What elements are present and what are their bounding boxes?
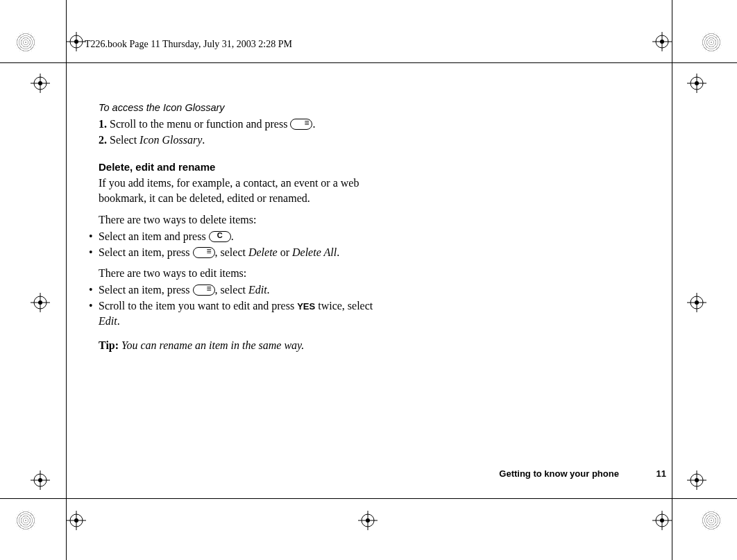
item-em: Edit (248, 284, 267, 296)
svg-point-19 (38, 300, 42, 305)
reg-mark (687, 293, 706, 312)
edit-list: Select an item, press , select Edit. Scr… (89, 282, 373, 329)
item-text-mid: , select (215, 284, 248, 296)
svg-point-43 (660, 518, 664, 523)
tip-paragraph: Tip: You can rename an item in the same … (99, 338, 373, 353)
svg-point-11 (38, 81, 42, 85)
ring-mark-tl (15, 32, 36, 53)
reg-mark (687, 74, 706, 93)
step-text-after: . (312, 118, 315, 130)
item-text-after: . (117, 315, 120, 327)
step-number: 2. (90, 133, 107, 148)
delete-lead: There are two ways to delete items: (99, 212, 373, 228)
list-item: Select an item, press , select Edit. (89, 282, 373, 298)
bottom-rule (0, 498, 737, 499)
tip-body: You can rename an item in the same way. (119, 339, 304, 351)
list-item: Select an item and press . (89, 229, 373, 244)
item-em: Delete All (292, 246, 337, 258)
menu-key-icon (193, 247, 215, 258)
item-text: Scroll to the item you want to edit and … (99, 300, 297, 312)
reg-mark (67, 32, 86, 51)
page-footer: Getting to know your phone 11 (0, 468, 666, 480)
ring-mark-bl (15, 510, 36, 531)
menu-key-icon (290, 119, 312, 130)
page-content: To access the Icon Glossary 1. Scroll to… (89, 101, 373, 353)
reg-mark (652, 32, 672, 51)
item-text-after: . (231, 230, 234, 242)
item-em: Delete (248, 246, 278, 258)
svg-point-23 (695, 300, 699, 305)
step-number: 1. (90, 117, 107, 132)
svg-point-31 (695, 478, 699, 482)
step-text-after: . (202, 134, 205, 146)
item-or: or (278, 246, 292, 258)
svg-point-39 (366, 518, 370, 523)
item-text-after: . (267, 284, 270, 296)
svg-point-35 (74, 518, 78, 523)
svg-point-15 (695, 81, 699, 85)
item-text-after: . (337, 246, 339, 258)
list-item: Scroll to the item you want to edit and … (89, 298, 373, 328)
item-text: Select an item, press (99, 246, 193, 258)
ring-mark-br (701, 510, 722, 531)
step-em: Icon Glossary (139, 134, 202, 146)
footer-page-number: 11 (656, 468, 666, 480)
top-rule (0, 62, 737, 63)
section-heading: Delete, edit and rename (99, 160, 373, 174)
yes-key-label: YES (297, 301, 315, 312)
right-rule (672, 0, 672, 560)
item-text: Select an item, press (99, 284, 193, 296)
delete-list: Select an item and press . Select an ite… (89, 229, 373, 260)
svg-point-7 (660, 40, 664, 44)
reg-mark (67, 511, 86, 530)
access-glossary-heading: To access the Icon Glossary (99, 101, 373, 115)
reg-mark (31, 74, 50, 93)
item-text-mid: twice, select (315, 300, 373, 312)
intro-paragraph: If you add items, for example, a contact… (99, 176, 373, 205)
c-key-icon (209, 231, 231, 242)
reg-mark (358, 511, 378, 530)
item-text-mid: , select (215, 246, 248, 258)
item-em: Edit (99, 315, 117, 327)
steps-list: 1. Scroll to the menu or function and pr… (89, 117, 373, 148)
step-text: Select (110, 134, 139, 146)
list-item: Select an item, press , select Delete or… (89, 245, 373, 260)
tip-label: Tip: (99, 339, 119, 351)
footer-section: Getting to know your phone (499, 468, 619, 480)
svg-point-3 (74, 40, 78, 44)
step-text: Scroll to the menu or function and press (110, 118, 290, 130)
ring-mark-tr (701, 32, 722, 53)
step-1: 1. Scroll to the menu or function and pr… (99, 117, 373, 132)
item-text: Select an item and press (99, 230, 209, 242)
menu-key-icon (193, 285, 215, 296)
edit-lead: There are two ways to edit items: (99, 266, 373, 281)
reg-mark (31, 293, 50, 312)
reg-mark (652, 511, 672, 530)
reg-mark (687, 470, 706, 490)
document-path-header: T226.book Page 11 Thursday, July 31, 200… (85, 38, 292, 51)
step-2: 2. Select Icon Glossary. (99, 133, 373, 148)
